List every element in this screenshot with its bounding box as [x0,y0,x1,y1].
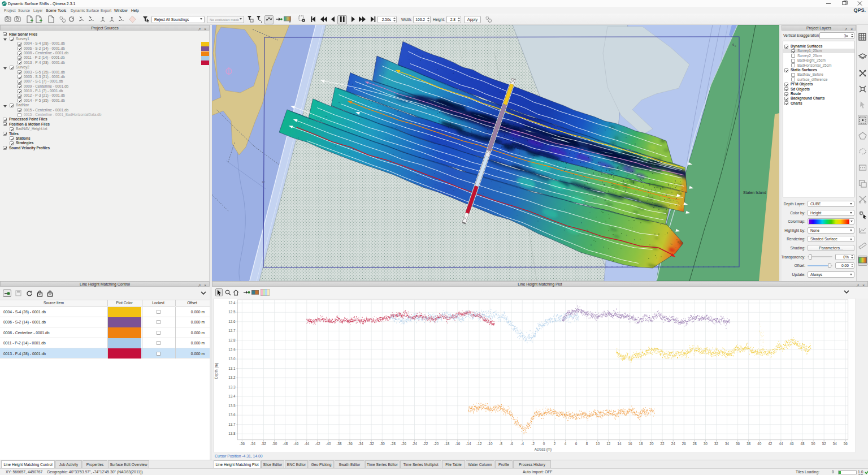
svg-text:Staten Island: Staten Island [743,191,766,195]
svg-text:-28: -28 [390,442,396,446]
svg-text:6: 6 [732,43,734,46]
svg-text:48: 48 [800,442,805,446]
svg-text:-20: -20 [433,442,439,446]
svg-text:2: 2 [554,442,556,446]
svg-text:-42: -42 [315,442,320,446]
svg-text:13.2: 13.2 [228,375,236,379]
svg-text:8: 8 [586,442,588,446]
svg-text:-4: -4 [520,442,524,446]
svg-text:52: 52 [822,442,827,446]
svg-text:12.7: 12.7 [228,329,236,332]
svg-text:54: 54 [833,442,837,446]
svg-text:-52: -52 [261,442,267,446]
svg-text:22: 22 [661,442,665,446]
svg-text:-2: -2 [531,442,535,446]
svg-text:30: 30 [704,442,708,446]
svg-text:36: 36 [736,442,740,446]
svg-text:28: 28 [693,442,697,446]
svg-text:-56: -56 [240,442,245,446]
svg-text:-44: -44 [304,442,310,446]
svg-text:-32: -32 [369,442,375,446]
svg-text:-34: -34 [358,442,364,446]
svg-text:38: 38 [747,442,751,446]
svg-text:42: 42 [768,442,772,446]
svg-text:-30: -30 [380,442,385,446]
svg-text:6: 6 [575,442,578,446]
svg-text:Depth (m): Depth (m) [214,363,219,379]
svg-text:-38: -38 [336,442,342,446]
svg-text:12.6: 12.6 [228,319,236,323]
svg-text:12: 12 [262,180,265,184]
svg-text:56: 56 [844,442,848,446]
svg-text:-24: -24 [412,442,418,446]
svg-text:-46: -46 [293,442,299,446]
svg-text:12.9: 12.9 [228,348,236,352]
svg-text:34: 34 [725,442,730,446]
svg-text:-26: -26 [401,442,407,446]
svg-text:32: 32 [714,442,719,446]
svg-text:-50: -50 [272,442,277,446]
svg-text:12.5: 12.5 [228,310,236,314]
svg-text:14: 14 [617,442,622,446]
svg-text:13.7: 13.7 [228,422,236,426]
svg-text:-54: -54 [250,442,256,446]
svg-text:-10: -10 [487,442,493,446]
svg-text:4: 4 [565,442,567,446]
svg-text:-14: -14 [466,442,471,446]
svg-text:13.1: 13.1 [228,366,236,370]
svg-text:-8: -8 [499,442,502,446]
svg-text:-22: -22 [423,442,428,446]
svg-text:12.4: 12.4 [228,301,236,305]
svg-text:13.8: 13.8 [228,431,236,435]
svg-text:50: 50 [811,442,816,446]
svg-text:24: 24 [671,442,676,446]
svg-text:12.8: 12.8 [228,338,236,342]
svg-text:-18: -18 [444,442,450,446]
svg-text:-36: -36 [348,442,353,446]
svg-text:13.5: 13.5 [228,404,236,408]
svg-text:26: 26 [682,442,687,446]
svg-text:13.3: 13.3 [228,385,236,389]
svg-text:20: 20 [650,442,654,446]
svg-text:-16: -16 [455,442,461,446]
svg-text:-40: -40 [326,442,331,446]
svg-text:40: 40 [757,442,762,446]
svg-text:44: 44 [779,442,783,446]
svg-text:-48: -48 [283,442,288,446]
svg-text:-12: -12 [476,442,482,446]
svg-text:13.0: 13.0 [228,357,236,361]
svg-text:10: 10 [596,442,600,446]
svg-text:13.6: 13.6 [228,413,236,417]
svg-text:13.4: 13.4 [228,394,236,398]
svg-text:46: 46 [789,442,794,446]
svg-text:-6: -6 [510,442,513,446]
svg-text:18: 18 [639,442,643,446]
svg-text:0: 0 [543,442,545,446]
svg-text:12: 12 [606,442,611,446]
svg-text:Across (m): Across (m) [535,447,552,452]
svg-text:16: 16 [628,442,632,446]
